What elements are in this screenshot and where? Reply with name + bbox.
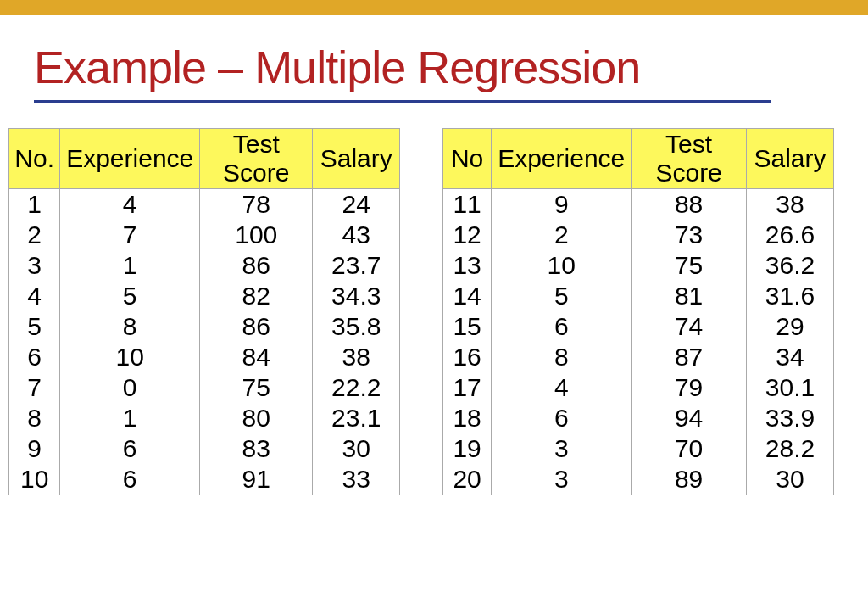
cell-test: 84 xyxy=(200,342,313,372)
cell-sal: 30 xyxy=(747,464,834,495)
cell-exp: 6 xyxy=(492,403,632,433)
cell-no: 13 xyxy=(443,250,492,281)
table-row: 1069133 xyxy=(9,464,400,495)
table-row: 1688734 xyxy=(443,342,834,372)
cell-sal: 26.6 xyxy=(747,220,834,250)
cell-test: 87 xyxy=(632,342,747,372)
cell-test: 82 xyxy=(200,281,313,311)
cell-sal: 23.7 xyxy=(313,250,400,281)
cell-exp: 1 xyxy=(60,250,200,281)
page-title: Example – Multiple Regression xyxy=(34,41,834,93)
cell-no: 17 xyxy=(443,372,492,403)
cell-sal: 33 xyxy=(313,464,400,495)
cell-sal: 30 xyxy=(313,433,400,464)
cell-sal: 24 xyxy=(313,189,400,221)
cell-exp: 10 xyxy=(60,342,200,372)
cell-exp: 5 xyxy=(60,281,200,311)
table-row: 968330 xyxy=(9,433,400,464)
cell-no: 9 xyxy=(9,433,60,464)
table-row: 1937028.2 xyxy=(443,433,834,464)
cell-no: 14 xyxy=(443,281,492,311)
cell-sal: 31.6 xyxy=(747,281,834,311)
cell-exp: 6 xyxy=(60,433,200,464)
cell-test: 86 xyxy=(200,250,313,281)
cell-no: 12 xyxy=(443,220,492,250)
data-table-right: No Experience Test Score Salary 11988381… xyxy=(442,128,834,495)
col-header-test: Test Score xyxy=(632,129,747,189)
col-header-sal: Salary xyxy=(313,129,400,189)
cell-sal: 38 xyxy=(747,189,834,221)
table-row: 1747930.1 xyxy=(443,372,834,403)
cell-no: 15 xyxy=(443,311,492,342)
tables-container: No. Experience Test Score Salary 1478242… xyxy=(8,128,834,495)
cell-exp: 3 xyxy=(492,433,632,464)
cell-no: 20 xyxy=(443,464,492,495)
table-row: 2710043 xyxy=(9,220,400,250)
table-row: 1869433.9 xyxy=(443,403,834,433)
cell-sal: 35.8 xyxy=(313,311,400,342)
cell-test: 74 xyxy=(632,311,747,342)
cell-sal: 34.3 xyxy=(313,281,400,311)
cell-test: 89 xyxy=(632,464,747,495)
cell-no: 4 xyxy=(9,281,60,311)
cell-test: 91 xyxy=(200,464,313,495)
table-header-row: No. Experience Test Score Salary xyxy=(9,129,400,189)
cell-sal: 43 xyxy=(313,220,400,250)
slide-top-accent xyxy=(0,0,868,15)
cell-sal: 23.1 xyxy=(313,403,400,433)
col-header-exp: Experience xyxy=(492,129,632,189)
cell-test: 70 xyxy=(632,433,747,464)
cell-no: 18 xyxy=(443,403,492,433)
table-row: 147824 xyxy=(9,189,400,221)
cell-no: 6 xyxy=(9,342,60,372)
col-header-no: No. xyxy=(9,129,60,189)
cell-exp: 4 xyxy=(60,189,200,221)
cell-no: 3 xyxy=(9,250,60,281)
table-body-left: 1478242710043318623.7458234.3588635.8610… xyxy=(9,189,400,495)
cell-sal: 28.2 xyxy=(747,433,834,464)
cell-no: 11 xyxy=(443,189,492,221)
cell-test: 83 xyxy=(200,433,313,464)
cell-no: 8 xyxy=(9,403,60,433)
cell-exp: 6 xyxy=(60,464,200,495)
table-body-right: 11988381227326.613107536.21458131.615674… xyxy=(443,189,834,495)
cell-exp: 6 xyxy=(492,311,632,342)
cell-sal: 29 xyxy=(747,311,834,342)
table-row: 2038930 xyxy=(443,464,834,495)
table-row: 318623.7 xyxy=(9,250,400,281)
col-header-exp: Experience xyxy=(60,129,200,189)
cell-sal: 36.2 xyxy=(747,250,834,281)
cell-test: 81 xyxy=(632,281,747,311)
cell-exp: 9 xyxy=(492,189,632,221)
col-header-sal: Salary xyxy=(747,129,834,189)
cell-exp: 2 xyxy=(492,220,632,250)
cell-exp: 1 xyxy=(60,403,200,433)
cell-no: 10 xyxy=(9,464,60,495)
cell-no: 2 xyxy=(9,220,60,250)
cell-exp: 8 xyxy=(60,311,200,342)
cell-no: 7 xyxy=(9,372,60,403)
cell-sal: 33.9 xyxy=(747,403,834,433)
table-row: 818023.1 xyxy=(9,403,400,433)
cell-test: 73 xyxy=(632,220,747,250)
cell-test: 79 xyxy=(632,372,747,403)
title-underline xyxy=(34,100,771,103)
table-row: 1567429 xyxy=(443,311,834,342)
cell-test: 86 xyxy=(200,311,313,342)
cell-test: 75 xyxy=(632,250,747,281)
cell-test: 100 xyxy=(200,220,313,250)
cell-test: 78 xyxy=(200,189,313,221)
cell-exp: 3 xyxy=(492,464,632,495)
cell-no: 1 xyxy=(9,189,60,221)
cell-sal: 38 xyxy=(313,342,400,372)
table-row: 6108438 xyxy=(9,342,400,372)
cell-no: 5 xyxy=(9,311,60,342)
cell-sal: 30.1 xyxy=(747,372,834,403)
cell-test: 80 xyxy=(200,403,313,433)
cell-exp: 7 xyxy=(60,220,200,250)
cell-sal: 34 xyxy=(747,342,834,372)
slide-content: Example – Multiple Regression No. Experi… xyxy=(0,15,868,495)
table-row: 13107536.2 xyxy=(443,250,834,281)
cell-no: 16 xyxy=(443,342,492,372)
table-row: 458234.3 xyxy=(9,281,400,311)
